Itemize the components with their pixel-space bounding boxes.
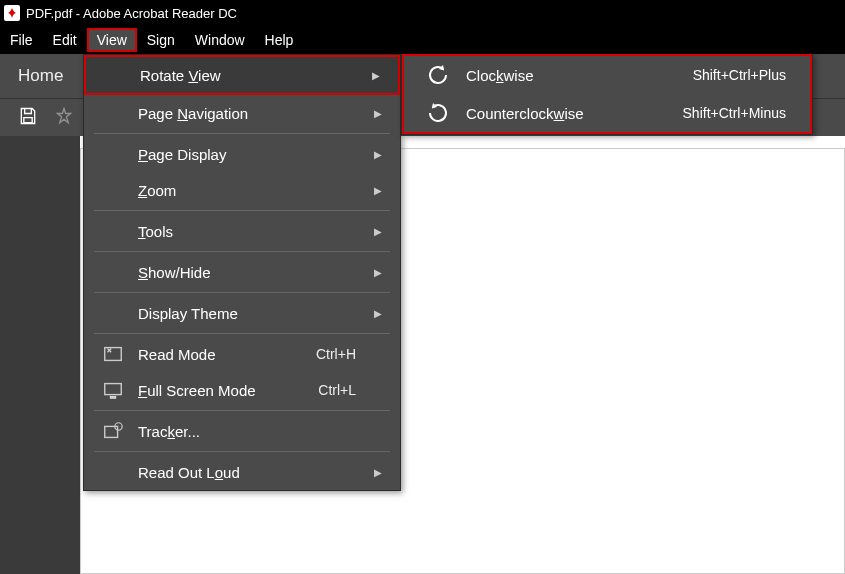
clockwise-icon [426, 63, 450, 87]
menu-page-navigation[interactable]: NavigationPage Navigation ▶ Page Navigat… [84, 95, 400, 131]
menu-help[interactable]: Help [255, 28, 304, 52]
rotate-view-submenu: Clockwise Shift+Ctrl+Plus Clockwise Coun… [401, 54, 813, 135]
menubar: File Edit View Sign Window Help [0, 26, 845, 54]
read-mode-icon [102, 343, 124, 365]
fullscreen-icon [102, 379, 124, 401]
menu-tracker[interactable]: Tracker... Tracker... [84, 413, 400, 449]
menu-show-hide[interactable]: Show/Hide ▶ Show/Hide [84, 254, 400, 290]
submenu-clockwise[interactable]: Clockwise Shift+Ctrl+Plus Clockwise [404, 56, 810, 94]
acrobat-icon [4, 5, 20, 21]
svg-rect-1 [105, 384, 122, 395]
menu-file[interactable]: File [0, 28, 43, 52]
menu-full-screen[interactable]: Full Screen Mode Ctrl+L Full Screen Mode [84, 372, 400, 408]
menu-window[interactable]: Window [185, 28, 255, 52]
save-icon[interactable] [18, 106, 38, 130]
menu-edit[interactable]: Edit [43, 28, 87, 52]
view-menu: Rotate View ▶ Rotate View NavigationPage… [83, 54, 401, 491]
shortcut-label: Ctrl+H [316, 346, 356, 362]
svg-rect-2 [110, 396, 116, 398]
menu-read-mode[interactable]: Read Mode Ctrl+H [84, 336, 400, 372]
menu-read-out-loud[interactable]: Read Out Loud ▶ Read Out Loud [84, 454, 400, 490]
separator [94, 133, 390, 134]
submenu-counterclockwise[interactable]: Counterclockwise Shift+Ctrl+Minus Counte… [404, 94, 810, 132]
menu-rotate-view[interactable]: Rotate View ▶ Rotate View [84, 55, 400, 95]
window-title: PDF.pdf - Adobe Acrobat Reader DC [26, 6, 237, 21]
menu-display-theme[interactable]: Display Theme ▶ [84, 295, 400, 331]
menu-view[interactable]: View [87, 28, 137, 52]
menu-page-display[interactable]: Page Display ▶ Page Display [84, 136, 400, 172]
submenu-arrow-icon: ▶ [372, 70, 380, 81]
menu-zoom[interactable]: Zoom ▶ Zoom [84, 172, 400, 208]
home-button[interactable]: Home [0, 66, 81, 86]
print-icon[interactable] [54, 106, 74, 130]
menu-sign[interactable]: Sign [137, 28, 185, 52]
counterclockwise-icon [426, 101, 450, 125]
menu-tools[interactable]: Tools ▶ Tools [84, 213, 400, 249]
tracker-icon [102, 420, 124, 442]
titlebar: PDF.pdf - Adobe Acrobat Reader DC [0, 0, 845, 26]
svg-rect-0 [105, 348, 122, 361]
